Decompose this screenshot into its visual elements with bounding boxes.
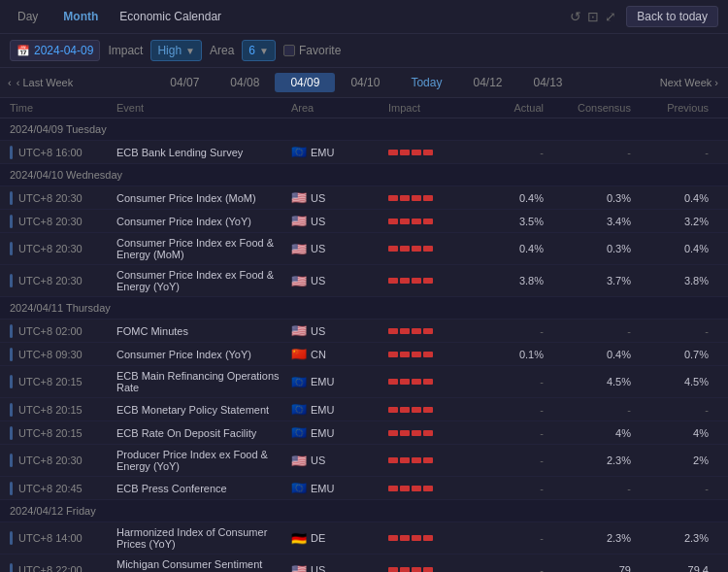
table-row[interactable]: UTC+8 20:30Consumer Price Index ex Food … <box>0 233 728 265</box>
consensus-cell: 4% <box>553 427 641 439</box>
actual-cell: - <box>476 564 553 572</box>
col-area: Area <box>291 102 388 114</box>
previous-cell: 79.4 <box>641 564 718 572</box>
col-event: Event <box>116 102 291 114</box>
col-consensus: Consensus <box>553 102 641 114</box>
consensus-cell: 79 <box>553 564 641 572</box>
week-date-Today[interactable]: Today <box>395 73 457 92</box>
area-cell: 🇺🇸US <box>291 214 388 228</box>
date-input[interactable]: 📅 2024-04-09 <box>10 40 100 61</box>
actual-cell: 0.1% <box>476 349 553 360</box>
previous-cell: 2% <box>641 454 718 466</box>
flag-icon: 🇪🇺 <box>291 145 307 159</box>
app-title: Economic Calendar <box>119 10 221 23</box>
app-header: Day Month Economic Calendar ↺ ⊡ ⤢ Back t… <box>0 0 728 34</box>
table-row[interactable]: UTC+8 20:30Consumer Price Index (YoY)🇺🇸U… <box>0 210 728 233</box>
col-previous: Previous <box>641 102 718 114</box>
previous-cell: - <box>641 404 718 416</box>
event-cell: ECB Press Conference <box>116 483 291 494</box>
area-cell: 🇺🇸US <box>291 454 388 468</box>
refresh-icon[interactable]: ↺ <box>570 9 581 24</box>
prev-week-button[interactable]: ‹ ‹ Last Week <box>0 74 83 91</box>
actual-cell: - <box>476 404 553 416</box>
impact-select[interactable]: High ▼ <box>150 40 202 61</box>
table-row[interactable]: UTC+8 16:00ECB Bank Lending Survey🇪🇺EMU-… <box>0 141 728 164</box>
week-date-04-10[interactable]: 04/10 <box>335 73 395 92</box>
impact-bars <box>388 278 433 284</box>
time-cell: UTC+8 20:15 <box>10 426 116 440</box>
consensus-cell: 3.7% <box>553 275 641 286</box>
area-chevron: ▼ <box>259 46 269 56</box>
consensus-cell: 2.3% <box>553 532 641 544</box>
time-cell: UTC+8 16:00 <box>10 146 116 159</box>
toolbar: 📅 2024-04-09 Impact High ▼ Area 6 ▼ Favo… <box>0 34 728 68</box>
actual-cell: - <box>476 147 553 158</box>
week-date-04-08[interactable]: 04/08 <box>215 73 275 92</box>
section-header-0: 2024/04/09 Tuesday <box>0 118 728 141</box>
back-today-button[interactable]: Back to today <box>626 6 718 27</box>
table-row[interactable]: UTC+8 02:00FOMC Minutes🇺🇸US--- <box>0 320 728 343</box>
week-date-04-07[interactable]: 04/07 <box>154 73 215 92</box>
impact-bars <box>388 150 433 155</box>
consensus-cell: 4.5% <box>553 376 641 387</box>
event-cell: Harmonized Index of Consumer Prices (YoY… <box>116 526 291 550</box>
consensus-cell: 2.3% <box>553 454 641 466</box>
event-cell: Consumer Price Index (MoM) <box>116 192 291 204</box>
layout-icon[interactable]: ⊡ <box>587 9 599 24</box>
date-value: 2024-04-09 <box>34 44 93 57</box>
flag-icon: 🇺🇸 <box>291 190 307 205</box>
consensus-cell: 0.3% <box>553 192 641 204</box>
area-cell: 🇪🇺EMU <box>291 145 388 159</box>
area-value: 6 <box>248 44 255 57</box>
event-cell: Consumer Price Index ex Food & Energy (M… <box>116 237 291 260</box>
impact-cell <box>388 457 476 463</box>
area-cell: 🇺🇸US <box>291 274 388 288</box>
area-cell: 🇪🇺EMU <box>291 425 388 440</box>
event-cell: ECB Main Refinancing Operations Rate <box>116 370 291 393</box>
area-cell: 🇺🇸US <box>291 563 388 573</box>
previous-cell: 3.8% <box>641 275 718 286</box>
prev-week-icon: ‹ <box>8 77 12 88</box>
impact-bars <box>388 219 433 224</box>
area-select[interactable]: 6 ▼ <box>242 40 276 61</box>
area-label: Area <box>210 44 234 57</box>
table-row[interactable]: UTC+8 20:30Producer Price Index ex Food … <box>0 445 728 477</box>
impact-value: High <box>157 44 182 57</box>
consensus-cell: 0.3% <box>553 243 641 254</box>
tab-month[interactable]: Month <box>55 8 106 25</box>
area-cell: 🇪🇺EMU <box>291 402 388 417</box>
time-cell: UTC+8 20:15 <box>10 375 116 388</box>
previous-cell: - <box>641 483 718 494</box>
table-row[interactable]: UTC+8 20:15ECB Main Refinancing Operatio… <box>0 366 728 398</box>
next-week-button[interactable]: Next Week › <box>650 74 728 91</box>
table-header: Time Event Area Impact Actual Consensus … <box>0 98 728 118</box>
week-date-04-13[interactable]: 04/13 <box>518 73 579 92</box>
actual-cell: 0.4% <box>476 192 553 204</box>
event-cell: Consumer Price Index (YoY) <box>116 349 291 360</box>
table-row[interactable]: UTC+8 20:15ECB Rate On Deposit Facility🇪… <box>0 421 728 445</box>
favorite-checkbox-area[interactable]: Favorite <box>283 44 341 57</box>
previous-cell: 0.4% <box>641 192 718 204</box>
week-date-04-12[interactable]: 04/12 <box>457 73 517 92</box>
week-nav: ‹ ‹ Last Week 04/0704/0804/0904/10Today0… <box>0 68 728 98</box>
actual-cell: 3.5% <box>476 216 553 227</box>
table-row[interactable]: UTC+8 22:00Michigan Consumer Sentiment I… <box>0 555 728 572</box>
table-row[interactable]: UTC+8 20:30Consumer Price Index (MoM)🇺🇸U… <box>0 186 728 210</box>
week-date-04-09[interactable]: 04/09 <box>275 73 335 92</box>
area-cell: 🇨🇳CN <box>291 347 388 361</box>
table-row[interactable]: UTC+8 09:30Consumer Price Index (YoY)🇨🇳C… <box>0 343 728 366</box>
favorite-checkbox[interactable] <box>283 45 295 56</box>
impact-bars <box>388 246 433 252</box>
table-row[interactable]: UTC+8 20:15ECB Monetary Policy Statement… <box>0 398 728 421</box>
table-row[interactable]: UTC+8 20:30Consumer Price Index ex Food … <box>0 265 728 297</box>
tab-day[interactable]: Day <box>10 8 46 25</box>
impact-cell <box>388 486 476 491</box>
table-row[interactable]: UTC+8 14:00Harmonized Index of Consumer … <box>0 522 728 555</box>
col-time: Time <box>10 102 116 114</box>
event-cell: Consumer Price Index ex Food & Energy (Y… <box>116 269 291 292</box>
impact-cell <box>388 278 476 284</box>
previous-cell: - <box>641 147 718 158</box>
expand-icon[interactable]: ⤢ <box>605 9 616 24</box>
table-row[interactable]: UTC+8 20:45ECB Press Conference🇪🇺EMU--- <box>0 477 728 500</box>
time-cell: UTC+8 20:45 <box>10 482 116 495</box>
